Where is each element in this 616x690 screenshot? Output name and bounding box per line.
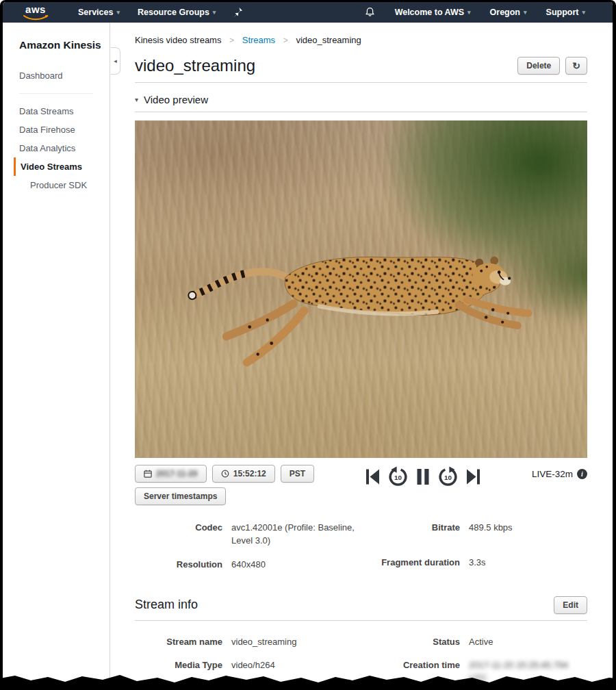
svg-text:10: 10 bbox=[444, 474, 452, 481]
status-label: Status bbox=[371, 636, 460, 649]
pin-icon[interactable] bbox=[233, 7, 243, 18]
edit-button[interactable]: Edit bbox=[554, 596, 587, 614]
status-value: Active bbox=[469, 636, 493, 649]
timezone-button[interactable]: PST bbox=[281, 465, 314, 483]
bitrate-label: Bitrate bbox=[371, 522, 460, 535]
breadcrumb-streams-link[interactable]: Streams bbox=[242, 35, 275, 45]
resolution-label: Resolution bbox=[135, 559, 222, 572]
nav-account-label: Welcome to AWS bbox=[395, 8, 464, 17]
nav-resource-groups[interactable]: Resource Groups ▾ bbox=[138, 8, 216, 17]
player-controls: 2017-11-20 15:52:12 PST Server timest bbox=[135, 465, 587, 505]
stream-metrics-grid: Codec avc1.42001e (Profile: Baseline, Le… bbox=[135, 522, 587, 583]
video-preview-title: Video preview bbox=[144, 94, 208, 105]
sidebar-item-producer-sdk[interactable]: Producer SDK bbox=[14, 176, 110, 194]
chevron-down-icon: ▾ bbox=[582, 9, 585, 16]
sidebar-divider bbox=[19, 93, 93, 94]
codec-label: Codec bbox=[135, 522, 222, 548]
refresh-icon: ↻ bbox=[572, 61, 580, 71]
breadcrumb-current: video_streaming bbox=[296, 35, 361, 45]
bell-icon[interactable] bbox=[364, 6, 376, 18]
caret-down-icon: ▾ bbox=[135, 96, 138, 103]
time-value: 15:52:12 bbox=[233, 469, 266, 478]
breadcrumb: Kinesis video streams > Streams > video_… bbox=[135, 35, 587, 45]
stream-name-value: video_streaming bbox=[231, 636, 296, 649]
rewind-10-button[interactable]: 10 bbox=[387, 466, 409, 487]
video-preview-header[interactable]: ▾ Video preview bbox=[135, 94, 587, 112]
cheetah-illustration bbox=[135, 120, 587, 458]
sidebar-item-data-streams[interactable]: Data Streams bbox=[14, 102, 110, 120]
refresh-button[interactable]: ↻ bbox=[565, 57, 587, 75]
media-type-label: Media Type bbox=[135, 659, 222, 672]
media-type-value: video/h264 bbox=[231, 659, 275, 672]
pause-button[interactable] bbox=[416, 468, 430, 486]
clock-icon bbox=[221, 470, 229, 478]
sidebar-item-data-analytics[interactable]: Data Analytics bbox=[14, 139, 110, 157]
nav-resource-groups-label: Resource Groups bbox=[138, 8, 209, 17]
server-timestamps-button[interactable]: Server timestamps bbox=[135, 487, 226, 505]
stream-name-label: Stream name bbox=[135, 636, 222, 649]
sidebar-item-video-streams[interactable]: Video Streams bbox=[14, 157, 110, 176]
stream-info-title: Stream info bbox=[135, 598, 198, 612]
nav-services[interactable]: Services ▾ bbox=[78, 8, 120, 17]
sidebar-item-dashboard[interactable]: Dashboard bbox=[14, 66, 110, 85]
skip-to-start-button[interactable] bbox=[365, 468, 380, 486]
date-picker-button[interactable]: 2017-11-20 bbox=[135, 465, 207, 483]
sidebar-item-data-firehose[interactable]: Data Firehose bbox=[14, 120, 110, 139]
nav-support-menu[interactable]: Support ▾ bbox=[546, 8, 585, 17]
sidebar-collapse-button[interactable]: ◂ bbox=[110, 47, 120, 75]
info-icon[interactable]: i bbox=[577, 469, 587, 479]
forward-10-button[interactable]: 10 bbox=[437, 466, 459, 487]
nav-account-menu[interactable]: Welcome to AWS ▾ bbox=[395, 8, 471, 17]
sidebar: Amazon Kinesis Dashboard Data Streams Da… bbox=[3, 23, 110, 690]
fragment-duration-value: 3.3s bbox=[469, 557, 486, 570]
top-navbar: aws Services ▾ Resource Groups ▾ bbox=[3, 2, 613, 23]
bitrate-value: 489.5 kbps bbox=[469, 522, 513, 535]
resolution-value: 640x480 bbox=[231, 559, 266, 572]
breadcrumb-separator: > bbox=[224, 36, 240, 45]
time-picker-button[interactable]: 15:52:12 bbox=[212, 465, 275, 483]
breadcrumb-root: Kinesis video streams bbox=[135, 35, 221, 45]
nav-support-label: Support bbox=[546, 8, 579, 17]
nav-region-label: Oregon bbox=[490, 8, 520, 17]
page-title: video_streaming bbox=[135, 56, 255, 75]
calendar-icon bbox=[144, 470, 152, 478]
collapse-left-icon: ◂ bbox=[114, 58, 117, 64]
main-content: Kinesis video streams > Streams > video_… bbox=[110, 23, 613, 690]
nav-services-label: Services bbox=[78, 8, 113, 17]
svg-text:10: 10 bbox=[394, 474, 402, 481]
codec-value: avc1.42001e (Profile: Baseline, Level 3.… bbox=[231, 522, 371, 548]
aws-smile-icon bbox=[22, 15, 49, 21]
skip-to-end-button[interactable] bbox=[466, 468, 481, 486]
chevron-down-icon: ▾ bbox=[524, 9, 527, 16]
fragment-duration-label: Fragment duration bbox=[371, 557, 460, 570]
chevron-down-icon: ▾ bbox=[467, 9, 471, 16]
video-player bbox=[135, 120, 587, 458]
aws-logo-text: aws bbox=[22, 5, 49, 14]
date-value-blurred: 2017-11-20 bbox=[156, 469, 198, 478]
nav-region-menu[interactable]: Oregon ▾ bbox=[490, 8, 527, 17]
live-status-label: LIVE-32m bbox=[532, 469, 573, 479]
delete-button[interactable]: Delete bbox=[517, 57, 560, 75]
torn-edge-decoration bbox=[0, 672, 616, 690]
aws-logo[interactable]: aws bbox=[22, 5, 49, 20]
stream-info-header: Stream info Edit bbox=[135, 596, 587, 621]
chevron-down-icon: ▾ bbox=[116, 9, 120, 16]
app-window: aws Services ▾ Resource Groups ▾ bbox=[0, 0, 616, 690]
chevron-down-icon: ▾ bbox=[213, 9, 216, 16]
title-divider bbox=[135, 82, 587, 83]
sidebar-title: Amazon Kinesis bbox=[19, 39, 110, 51]
breadcrumb-separator: > bbox=[278, 36, 294, 45]
